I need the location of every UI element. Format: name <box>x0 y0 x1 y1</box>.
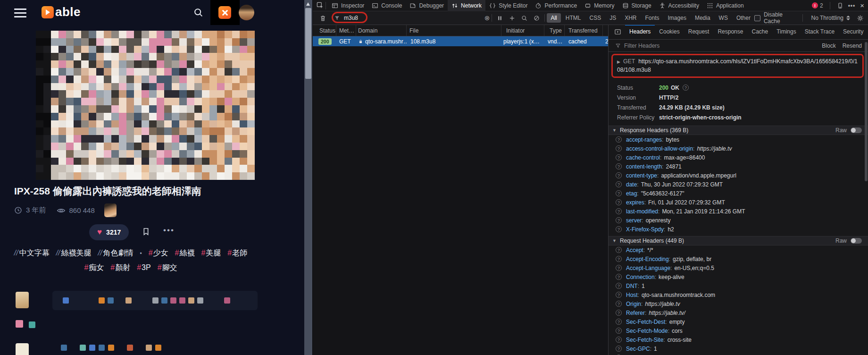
type-filter-media[interactable]: Media <box>691 13 714 23</box>
detail-tab-cookies[interactable]: Cookies <box>655 25 684 39</box>
header-name[interactable]: server <box>626 217 642 224</box>
question-icon[interactable]: ? <box>616 337 622 343</box>
request-row[interactable]: 200 GET qto-sara.mushr… 108.m3u8 playerj… <box>313 36 609 46</box>
comment-avatar[interactable] <box>16 292 29 308</box>
header-name[interactable]: Referer <box>626 310 645 316</box>
question-icon[interactable]: ? <box>616 247 622 253</box>
url-filter-input[interactable]: m3u8 ⊗ <box>334 14 490 22</box>
devtools-tab-storage[interactable]: Storage <box>618 0 655 11</box>
tag-link[interactable]: #少女 <box>149 249 168 257</box>
question-icon[interactable]: ? <box>616 283 622 289</box>
column-header-file[interactable]: File <box>407 25 501 36</box>
header-name[interactable]: Sec-Fetch-Mode <box>626 328 668 334</box>
question-icon[interactable]: ? <box>616 208 622 214</box>
header-name[interactable]: Host <box>626 292 638 298</box>
type-filter-html[interactable]: HTML <box>562 13 585 23</box>
search-icon[interactable] <box>193 8 203 17</box>
video-thumbnail[interactable] <box>36 31 255 180</box>
devtools-tab-style-editor[interactable]: Style Editor <box>485 0 531 11</box>
disable-cache-checkbox[interactable]: Disable Cache <box>754 11 801 25</box>
extension-icon[interactable] <box>218 6 231 19</box>
bookmark-icon[interactable] <box>142 227 150 236</box>
clear-filter-icon[interactable]: ⊗ <box>484 14 490 22</box>
header-name[interactable]: Connection <box>626 274 655 280</box>
question-icon[interactable]: ? <box>616 310 622 316</box>
header-name[interactable]: Sec-GPC <box>626 346 650 352</box>
tag-link[interactable]: //中文字幕 <box>14 249 50 257</box>
type-filter-ws[interactable]: WS <box>715 13 732 23</box>
tag-link[interactable]: #痴女 <box>84 263 104 271</box>
detail-tab-cache[interactable]: Cache <box>747 25 772 39</box>
question-icon[interactable]: ? <box>616 319 622 325</box>
responsive-design-icon[interactable] <box>837 2 843 9</box>
scroll-up-arrow-icon[interactable] <box>306 2 310 6</box>
response-headers-section[interactable]: ▼ Response Headers (369 B) Raw <box>609 126 868 135</box>
tag-link[interactable]: //角色劇情 <box>98 249 134 257</box>
devtools-tab-console[interactable]: Console <box>368 0 406 11</box>
question-icon[interactable]: ? <box>616 274 622 280</box>
tag-link[interactable]: #美腿 <box>201 249 221 257</box>
pick-element-icon[interactable] <box>317 2 324 9</box>
detail-scrollbar-thumb[interactable] <box>865 42 868 181</box>
type-filter-images[interactable]: Images <box>664 13 690 23</box>
question-icon[interactable]: ? <box>616 154 622 161</box>
tag-link[interactable]: #腳交 <box>158 263 177 271</box>
header-name[interactable]: DNT <box>626 283 638 289</box>
column-header-status[interactable]: Status <box>313 25 336 36</box>
header-name[interactable]: Sec-Fetch-Dest <box>626 319 665 325</box>
comment-avatar[interactable] <box>16 343 29 355</box>
question-icon[interactable]: ? <box>616 172 622 178</box>
tag-link[interactable]: //絲襪美腿 <box>56 249 92 257</box>
meatball-menu-icon[interactable]: ••• <box>848 2 856 9</box>
column-header-initiator[interactable]: Initiator <box>501 25 544 36</box>
block-button[interactable]: Block <box>822 42 835 49</box>
scrollbar-thumb[interactable] <box>305 8 311 79</box>
header-name[interactable]: content-length <box>626 163 662 170</box>
close-devtools-icon[interactable]: × <box>860 1 864 9</box>
question-icon[interactable]: ? <box>616 163 622 169</box>
detail-tab-headers[interactable]: Headers <box>625 25 655 39</box>
question-icon[interactable]: ? <box>616 226 622 232</box>
header-name[interactable]: Origin <box>626 301 641 307</box>
tag-link[interactable]: #3P <box>137 263 150 271</box>
user-avatar[interactable] <box>239 5 254 20</box>
devtools-tab-application[interactable]: Application <box>703 0 748 11</box>
tag-link[interactable]: #顏射 <box>110 263 130 271</box>
devtools-tab-inspector[interactable]: Inspector <box>328 0 368 11</box>
detail-tab-request[interactable]: Request <box>684 25 714 39</box>
header-name[interactable]: cache-control <box>626 154 660 161</box>
header-name[interactable]: Accept-Language <box>626 265 670 271</box>
detail-tab-response[interactable]: Response <box>713 25 747 39</box>
model-avatar[interactable] <box>104 203 117 217</box>
new-request-icon[interactable] <box>509 15 515 21</box>
question-icon[interactable]: ? <box>616 217 622 223</box>
detail-tab-security[interactable]: Security <box>839 25 868 39</box>
header-name[interactable]: Sec-Fetch-Site <box>626 337 663 343</box>
page-scrollbar[interactable] <box>304 0 312 355</box>
question-icon[interactable]: ? <box>616 145 622 152</box>
question-icon[interactable]: ? <box>616 256 622 262</box>
type-filter-js[interactable]: JS <box>606 13 620 23</box>
pause-traffic-icon[interactable] <box>497 15 503 21</box>
collapse-triangle-icon[interactable]: ▼ <box>612 238 617 243</box>
question-icon[interactable]: ? <box>616 301 622 307</box>
throttling-dropdown[interactable]: No Throttling <box>811 15 850 21</box>
devtools-tab-network[interactable]: Network <box>448 0 485 11</box>
header-name[interactable]: X-Firefox-Spdy <box>626 226 664 233</box>
question-icon[interactable]: ? <box>616 292 622 298</box>
like-button[interactable]: ♥ 3217 <box>89 224 129 240</box>
raw-toggle[interactable] <box>851 127 862 133</box>
expand-triangle-icon[interactable]: ▶ <box>617 59 620 64</box>
detail-tab-stack-trace[interactable]: Stack Trace <box>801 25 839 39</box>
devtools-tab-accessibility[interactable]: Accessibility <box>655 0 703 11</box>
question-icon[interactable]: ? <box>616 190 622 196</box>
header-name[interactable]: access-control-allow-origin <box>626 145 693 152</box>
devtools-tab-memory[interactable]: Memory <box>581 0 618 11</box>
type-filter-xhr[interactable]: XHR <box>621 13 640 23</box>
raw-toggle[interactable] <box>851 238 862 244</box>
checkbox-icon[interactable] <box>754 15 760 21</box>
error-count-badge[interactable]: !2 <box>812 2 823 9</box>
column-header-met[interactable]: Met… <box>336 25 356 36</box>
header-name[interactable]: etag <box>626 190 637 197</box>
header-name[interactable]: Accept-Encoding <box>626 256 669 262</box>
